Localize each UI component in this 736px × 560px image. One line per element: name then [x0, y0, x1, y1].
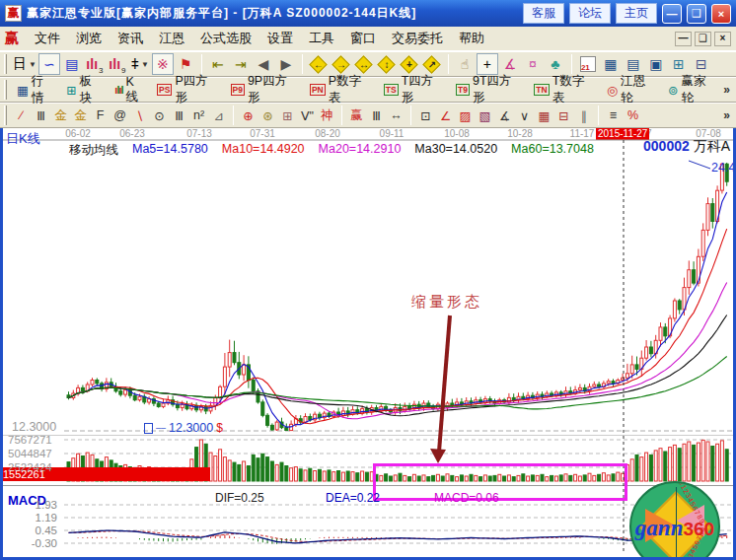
t-square-button[interactable]: TST四方形: [379, 79, 450, 101]
ruler-tool-button[interactable]: Ⅲ: [32, 105, 50, 125]
save-button[interactable]: ▣: [645, 53, 667, 75]
price-annotation[interactable]: ‒‒ 12.3000 $: [144, 421, 223, 435]
toolbar-grip[interactable]: [4, 54, 7, 74]
zoom-vertical-button[interactable]: ↕: [376, 53, 398, 75]
screen-copy-button[interactable]: ⊞: [668, 53, 690, 75]
gann-wheel-button[interactable]: ◎江恩轮: [602, 79, 662, 101]
menu-文件[interactable]: 文件: [27, 28, 68, 49]
zoom-left-button[interactable]: ←: [308, 53, 330, 75]
menu-窗口[interactable]: 窗口: [342, 28, 384, 49]
god-tool-button[interactable]: 神: [318, 105, 336, 125]
grid2-tool-button[interactable]: ⊟: [554, 105, 573, 125]
ruler-123-tool-button[interactable]: Ⅲ: [367, 105, 386, 125]
p-number-table-button[interactable]: PNP数字表: [305, 79, 378, 101]
flower-tool-button[interactable]: ¤: [522, 53, 544, 75]
service-button-客服[interactable]: 客服: [523, 3, 564, 24]
menu-资讯[interactable]: 资讯: [110, 28, 151, 49]
width-tool-button[interactable]: ↔: [387, 105, 405, 125]
fan-lines-tool-button[interactable]: ∠: [436, 105, 455, 125]
child-minimize-button[interactable]: —: [675, 32, 692, 46]
menu-浏览[interactable]: 浏览: [68, 28, 110, 49]
winner-wheel-button[interactable]: ⊚赢家轮: [663, 79, 722, 101]
pattern-tool-button[interactable]: ※: [152, 53, 174, 75]
sail-tool-button[interactable]: ⊿: [209, 105, 228, 125]
child-restore-button[interactable]: ❑: [695, 32, 711, 46]
quotes-button[interactable]: ▦行情: [12, 79, 60, 101]
menu-公式选股[interactable]: 公式选股: [192, 28, 259, 49]
parallel-tool-button[interactable]: ∥: [574, 105, 593, 125]
chart-3min-button[interactable]: ılı3: [84, 53, 106, 75]
toolbar-grip[interactable]: [4, 105, 7, 125]
titlebar[interactable]: 赢 赢家江恩专业版[赢家内部服务平台] - [万科A SZ000002-144日…: [0, 0, 736, 27]
nav-next-button[interactable]: ▶: [275, 53, 297, 75]
toolbar-overflow-chevron[interactable]: »: [723, 108, 730, 122]
target-tool-button[interactable]: ⊕: [239, 105, 258, 125]
t-number-table-button[interactable]: TNT数字表: [529, 79, 601, 101]
p-square-button[interactable]: PSP四方形: [152, 79, 224, 101]
9t-square-button[interactable]: T99T四方形: [451, 79, 528, 101]
close-button[interactable]: ×: [711, 4, 731, 24]
k-quote-tool-button[interactable]: Ⅴ": [298, 105, 317, 125]
toolbar-overflow-chevron[interactable]: »: [723, 83, 730, 97]
maximize-button[interactable]: ❑: [687, 4, 706, 24]
sail-tool-icon: ⊿: [213, 108, 223, 123]
calculator-button[interactable]: ▦: [600, 53, 622, 75]
period-selector-button[interactable]: 日▼: [12, 53, 37, 75]
menu-帮助[interactable]: 帮助: [451, 28, 492, 49]
nav-last-button[interactable]: ⇥: [230, 53, 252, 75]
menu-工具[interactable]: 工具: [301, 28, 342, 49]
menu-江恩[interactable]: 江恩: [151, 28, 192, 49]
levels-tool-button[interactable]: ≡: [604, 105, 623, 125]
f-ruler-tool-button[interactable]: F: [91, 105, 110, 125]
web-tool-button[interactable]: ⊞: [278, 105, 297, 125]
notebook-button[interactable]: ▤: [623, 53, 644, 75]
zoom-right-button[interactable]: →: [331, 53, 352, 75]
toolbar-grip[interactable]: [4, 80, 7, 100]
child-window-icon[interactable]: 赢: [5, 30, 19, 47]
wave-tool-button[interactable]: ∽: [38, 53, 60, 75]
gann-fan-tool-button[interactable]: ▧: [476, 105, 494, 125]
zoom-all-button[interactable]: +: [399, 53, 420, 75]
grid-tool-button[interactable]: ▦: [535, 105, 553, 125]
win-ruler-tool-button[interactable]: 赢: [347, 105, 366, 125]
knot-tool-button[interactable]: ♣: [545, 53, 566, 75]
pen-tool-button[interactable]: ∕: [12, 105, 31, 125]
chart-area[interactable]: 06-0206-2307-1307-3108-2009-1110-0810-28…: [0, 128, 736, 560]
crosshair-tool-button[interactable]: +: [477, 53, 498, 75]
cycle-clock-tool-button[interactable]: ⊙: [150, 105, 169, 125]
gold-ratio-tool-button[interactable]: 金: [51, 105, 70, 125]
macd-axis-label-3: -0.30: [18, 537, 57, 549]
service-button-主页[interactable]: 主页: [616, 3, 657, 24]
angle-lines-tool-button[interactable]: ∡: [495, 105, 514, 125]
vee-tool-button[interactable]: ∨: [515, 105, 534, 125]
service-button-论坛[interactable]: 论坛: [569, 3, 611, 24]
spiral-tool-button[interactable]: @: [110, 105, 129, 125]
percent-tool-button[interactable]: %: [624, 105, 642, 125]
zoom-expand-button[interactable]: ↗: [421, 53, 443, 75]
gann-box-tool-button[interactable]: ▨: [456, 105, 475, 125]
menu-交易委托[interactable]: 交易委托: [384, 28, 451, 49]
info-panel-button[interactable]: ▤: [61, 53, 83, 75]
comb-ruler-tool-button[interactable]: Ⅲ: [170, 105, 188, 125]
sectors-button[interactable]: ⊞板块: [61, 79, 109, 101]
color-chart-button[interactable]: ⚑: [175, 53, 196, 75]
nav-prev-button[interactable]: ◀: [253, 53, 274, 75]
n-square-tool-button[interactable]: n²: [189, 105, 208, 125]
print-button[interactable]: ⊟: [691, 53, 712, 75]
menu-设置[interactable]: 设置: [259, 28, 301, 49]
box-tool-button[interactable]: ⊡: [416, 105, 435, 125]
angle-measure-tool-button[interactable]: ∡: [499, 53, 521, 75]
wheel-tool-button[interactable]: ⊛: [258, 105, 277, 125]
gold-section-tool-button[interactable]: 金: [71, 105, 90, 125]
candle-style-button[interactable]: ǂ▼: [129, 53, 151, 75]
zoom-horizontal-button[interactable]: ↔: [353, 53, 375, 75]
calendar-button[interactable]: 21: [577, 53, 599, 75]
nav-first-button[interactable]: ⇤: [207, 53, 229, 75]
kline-button[interactable]: ılılK线: [110, 79, 151, 101]
pen2-tool-button[interactable]: ∖: [130, 105, 149, 125]
chart-9min-button[interactable]: ılı9: [107, 53, 128, 75]
child-close-button[interactable]: ×: [714, 32, 731, 46]
hand-tool-button[interactable]: ☝: [454, 53, 476, 75]
minimize-button[interactable]: —: [662, 4, 682, 24]
9p-square-button[interactable]: P99P四方形: [226, 79, 304, 101]
